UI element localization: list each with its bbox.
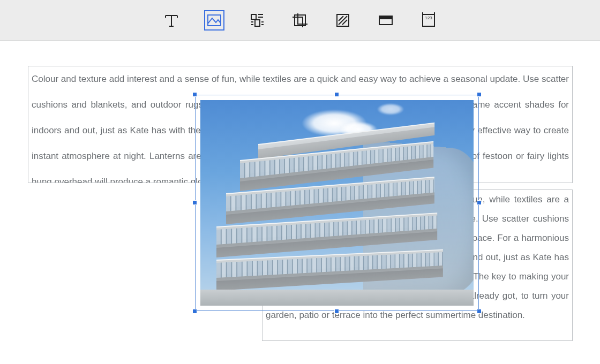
formatting-toolbar: 123 xyxy=(0,0,600,41)
svg-rect-2 xyxy=(255,20,260,26)
frame-num-icon: 123 xyxy=(421,12,437,28)
resize-handle-bottom-right[interactable] xyxy=(477,309,482,314)
fill-icon xyxy=(335,12,351,28)
place-image-tool-button[interactable] xyxy=(204,10,224,31)
document-canvas[interactable]: Colour and texture add interest and a se… xyxy=(0,41,600,364)
svg-rect-15 xyxy=(379,16,392,19)
svg-text:123: 123 xyxy=(425,16,432,20)
resize-handle-bottom-middle[interactable] xyxy=(334,309,339,314)
resize-handle-top-middle[interactable] xyxy=(334,92,339,97)
frame-icon xyxy=(378,12,394,28)
resize-handle-bottom-left[interactable] xyxy=(192,309,197,314)
frame-options-tool-button[interactable]: 123 xyxy=(418,10,439,31)
resize-handle-middle-left[interactable] xyxy=(192,200,197,205)
text-icon xyxy=(163,12,179,28)
resize-handle-top-right[interactable] xyxy=(477,92,482,97)
resize-handle-top-left[interactable] xyxy=(192,92,197,97)
fill-tool-button[interactable] xyxy=(333,10,353,31)
text-wrap-tool-button[interactable] xyxy=(247,10,267,31)
image-content xyxy=(200,100,474,306)
image-icon xyxy=(206,12,222,28)
text-tool-button[interactable] xyxy=(161,10,182,31)
crop-tool-button[interactable] xyxy=(290,10,310,31)
wrap-icon xyxy=(249,12,265,28)
frame-tool-button[interactable] xyxy=(376,10,396,31)
svg-rect-1 xyxy=(251,14,256,19)
selected-image[interactable] xyxy=(195,95,479,311)
resize-handle-middle-right[interactable] xyxy=(477,200,482,205)
crop-icon xyxy=(292,12,308,28)
